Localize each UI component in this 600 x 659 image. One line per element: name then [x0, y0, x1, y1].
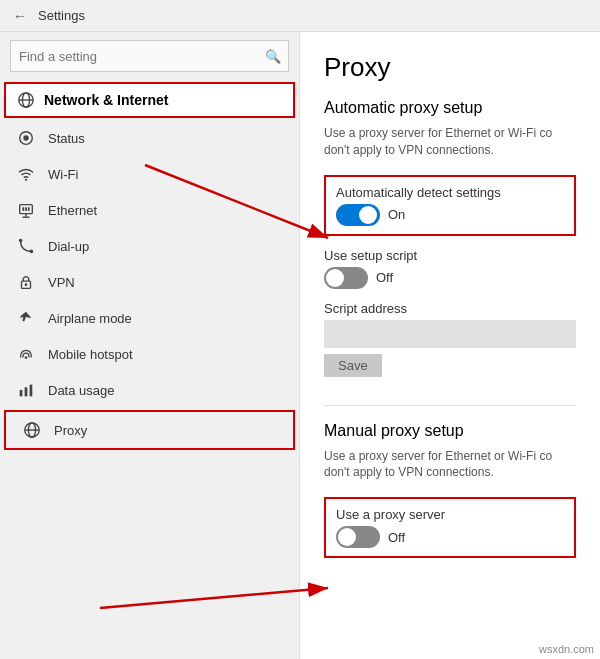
use-script-label: Use setup script [324, 248, 576, 263]
hotspot-icon [16, 344, 36, 364]
titlebar-title: Settings [38, 8, 85, 23]
back-button[interactable]: ← [10, 6, 30, 26]
auto-section-title: Automatic proxy setup [324, 99, 576, 117]
svg-point-15 [25, 283, 28, 286]
svg-rect-19 [30, 385, 33, 397]
sidebar: 🔍 Network & Internet Status [0, 32, 300, 659]
use-proxy-state: Off [388, 530, 405, 545]
script-address-label: Script address [324, 301, 576, 316]
network-internet-nav[interactable]: Network & Internet [4, 82, 295, 118]
vpn-icon [16, 272, 36, 292]
manual-section-title: Manual proxy setup [324, 422, 576, 440]
airplane-icon [16, 308, 36, 328]
auto-detect-state: On [388, 207, 405, 222]
use-proxy-toggle-row: Off [336, 526, 564, 548]
watermark: wsxdn.com [539, 643, 594, 655]
auto-detect-knob [359, 206, 377, 224]
svg-point-4 [23, 135, 28, 140]
wifi-icon [16, 164, 36, 184]
svg-rect-10 [25, 207, 27, 211]
auto-detect-group: Automatically detect settings On [324, 175, 576, 236]
use-script-group: Use setup script Off [324, 248, 576, 289]
use-proxy-knob [338, 528, 356, 546]
search-input[interactable] [10, 40, 289, 72]
content-panel: Proxy Automatic proxy setup Use a proxy … [300, 32, 600, 659]
proxy-nav-icon [22, 420, 42, 440]
manual-section-desc: Use a proxy server for Ethernet or Wi-Fi… [324, 448, 576, 482]
auto-detect-toggle[interactable] [336, 204, 380, 226]
sidebar-item-data[interactable]: Data usage [0, 372, 299, 408]
use-script-toggle-row: Off [324, 267, 576, 289]
titlebar: ← Settings [0, 0, 600, 32]
dialup-icon [16, 236, 36, 256]
save-button[interactable]: Save [324, 354, 382, 377]
svg-rect-11 [28, 207, 30, 211]
sidebar-item-dialup[interactable]: Dial-up [0, 228, 299, 264]
sidebar-item-wifi[interactable]: Wi-Fi [0, 156, 299, 192]
use-script-knob [326, 269, 344, 287]
use-proxy-label: Use a proxy server [336, 507, 564, 522]
search-box: 🔍 [10, 40, 289, 72]
data-icon [16, 380, 36, 400]
search-icon: 🔍 [265, 49, 281, 64]
sidebar-item-proxy[interactable]: Proxy [4, 410, 295, 450]
use-script-toggle[interactable] [324, 267, 368, 289]
svg-point-13 [30, 250, 34, 254]
svg-rect-17 [20, 390, 23, 396]
page-title: Proxy [324, 52, 576, 83]
svg-point-12 [19, 239, 23, 243]
use-proxy-group: Use a proxy server Off [324, 497, 576, 558]
use-proxy-toggle[interactable] [336, 526, 380, 548]
auto-section-desc: Use a proxy server for Ethernet or Wi-Fi… [324, 125, 576, 159]
svg-rect-18 [25, 387, 28, 396]
svg-point-5 [25, 179, 27, 181]
script-address-group: Script address Save [324, 301, 576, 393]
network-internet-label: Network & Internet [44, 92, 168, 108]
sidebar-item-status[interactable]: Status [0, 120, 299, 156]
sidebar-item-hotspot[interactable]: Mobile hotspot [0, 336, 299, 372]
use-script-state: Off [376, 270, 393, 285]
svg-point-16 [25, 356, 28, 359]
divider [324, 405, 576, 406]
status-icon [16, 128, 36, 148]
main-layout: 🔍 Network & Internet Status [0, 32, 600, 659]
auto-detect-label: Automatically detect settings [336, 185, 564, 200]
sidebar-item-airplane[interactable]: Airplane mode [0, 300, 299, 336]
svg-rect-9 [22, 207, 24, 211]
script-address-field[interactable] [324, 320, 576, 348]
network-icon [16, 90, 36, 110]
auto-detect-toggle-row: On [336, 204, 564, 226]
sidebar-item-ethernet[interactable]: Ethernet [0, 192, 299, 228]
sidebar-item-vpn[interactable]: VPN [0, 264, 299, 300]
ethernet-icon [16, 200, 36, 220]
